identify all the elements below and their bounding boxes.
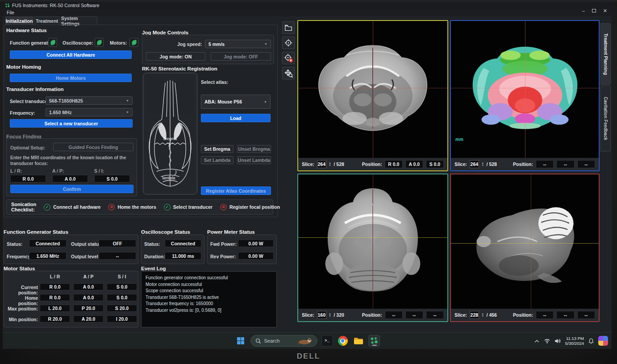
remove-target-button[interactable] bbox=[282, 52, 295, 64]
open-folder-button[interactable] bbox=[282, 21, 295, 34]
minimize-icon[interactable]: – bbox=[582, 8, 585, 13]
set-lambda-button[interactable]: Set Lambda bbox=[201, 156, 233, 164]
chrome-button[interactable] bbox=[337, 335, 349, 347]
slice-spinner[interactable]: ▲▼ bbox=[329, 160, 331, 168]
terminal-icon: >_ bbox=[325, 339, 329, 343]
slice-input[interactable]: 264 bbox=[317, 160, 326, 168]
position-label: Position: bbox=[513, 161, 533, 167]
cell: A 0.0 bbox=[73, 294, 104, 301]
rev-power-value: 0.00 W bbox=[238, 252, 274, 260]
cell: P 20.0 bbox=[73, 305, 104, 312]
slice-input[interactable]: 228 bbox=[470, 311, 479, 319]
ap-coordinate-field[interactable]: A 0.0 bbox=[52, 175, 88, 182]
position-label: Position: bbox=[362, 161, 382, 167]
oscilloscope-status-title: Oscilloscope Status bbox=[141, 229, 190, 235]
maximize-icon[interactable] bbox=[592, 9, 596, 12]
sonication-checklist-title: Sonication Checklist: bbox=[11, 202, 36, 212]
registration-title: RK-50 Stereotaxic Registration bbox=[142, 66, 217, 71]
load-atlas-button[interactable]: Load bbox=[201, 114, 271, 122]
windows-icon bbox=[237, 337, 245, 345]
mouse-skull-image: bregma lambda bbox=[143, 73, 197, 194]
tab-treatment-planning[interactable]: Treatment Planning bbox=[600, 23, 611, 85]
scope-status-value: Connected bbox=[165, 240, 201, 247]
tab-system-settings[interactable]: System Settings bbox=[61, 17, 97, 25]
notification-bell-icon[interactable] bbox=[588, 338, 594, 344]
coronal-mri-image[interactable] bbox=[298, 21, 447, 158]
scope-status-label: Status: bbox=[144, 241, 160, 247]
oscilloscope-connected-icon bbox=[95, 38, 104, 47]
slice-spinner[interactable]: ▲▼ bbox=[482, 311, 484, 319]
monitor-brand: DELL bbox=[0, 352, 617, 361]
bregma-label: bregma bbox=[163, 136, 177, 141]
scope-duration-label: Duration: bbox=[144, 254, 165, 259]
atlas-select[interactable]: ABA: Mouse P56▼ bbox=[201, 95, 271, 109]
register-atlas-coordinates-button[interactable]: Register Atlas Coordinates bbox=[201, 186, 271, 195]
position-ap: -- bbox=[405, 311, 423, 319]
close-icon[interactable]: ✕ bbox=[603, 8, 607, 13]
slice-spinner[interactable]: ▲▼ bbox=[482, 160, 484, 168]
connect-all-hardware-button[interactable]: Connect All Hardware bbox=[10, 50, 132, 59]
tab-initialization[interactable]: Initialization bbox=[5, 17, 33, 25]
jog-speed-select[interactable]: 5 mm/s▼ bbox=[205, 40, 271, 48]
tab-cavitation-feedback[interactable]: Cavitation Feedback bbox=[600, 86, 611, 152]
guided-focus-finding-button[interactable]: Guided Focus Finding bbox=[53, 143, 133, 151]
slice-label: Slice: bbox=[454, 312, 467, 318]
start-button[interactable] bbox=[235, 335, 246, 347]
wifi-icon[interactable] bbox=[544, 338, 550, 343]
transducer-select[interactable]: 568-T1650H825▼ bbox=[46, 96, 133, 105]
clock[interactable]: 11:13 PM 5/30/2024 bbox=[565, 336, 584, 346]
lr-coordinate-field[interactable]: R 0.0 bbox=[10, 175, 46, 182]
tab-treatment[interactable]: Treatment bbox=[34, 17, 60, 25]
terminal-button[interactable]: >_ bbox=[321, 335, 333, 347]
monitor-bezel: FUS Instruments: RK-50 Control Software … bbox=[0, 0, 617, 364]
jog-mode-on-button[interactable]: Jog mode: ON bbox=[146, 52, 205, 61]
hardware-status-title: Hardware Status bbox=[6, 28, 47, 33]
slice-input[interactable]: 160 bbox=[317, 311, 326, 319]
title-bar: FUS Instruments: RK-50 Control Software bbox=[3, 2, 612, 9]
file-explorer-button[interactable] bbox=[353, 335, 364, 347]
viewport-coronal-atlas: mm Slice: 264 ▲▼ / 528 Position: -- -- -… bbox=[450, 20, 600, 171]
target-icon bbox=[284, 38, 293, 47]
viewport-axial-mri: Slice: 160 ▲▼ / 320 Position: -- -- -- bbox=[297, 174, 448, 322]
select-new-transducer-button[interactable]: Select a new transducer bbox=[10, 119, 133, 128]
coronal-atlas-image[interactable]: mm bbox=[451, 21, 599, 158]
position-ap: -- bbox=[556, 311, 574, 319]
confirm-button[interactable]: Confirm bbox=[10, 185, 133, 193]
sagittal-mri-image[interactable] bbox=[451, 174, 599, 309]
motors-connected-icon bbox=[129, 38, 138, 47]
tray-app-icon[interactable] bbox=[598, 336, 608, 346]
slice-input[interactable]: 264 bbox=[470, 160, 479, 168]
fus-app-button[interactable] bbox=[368, 335, 380, 347]
position-lr: -- bbox=[536, 311, 554, 319]
folder-icon bbox=[354, 337, 363, 345]
col-lr: L / R bbox=[40, 274, 70, 279]
frequency-select[interactable]: 1.650 MHz▼ bbox=[46, 108, 133, 116]
jog-mode-off-button[interactable]: Jog mode: OFF bbox=[211, 52, 271, 61]
tray-chevron-up-icon[interactable] bbox=[534, 339, 540, 343]
search-box[interactable]: Search bbox=[250, 335, 317, 347]
time: 11:13 PM bbox=[565, 336, 584, 341]
chevron-down-icon: ▼ bbox=[264, 100, 267, 103]
axial-mri-image[interactable] bbox=[298, 174, 447, 309]
unset-lambda-button[interactable]: Unset Lambda bbox=[237, 156, 271, 164]
oscilloscope-status-group: Status: Connected Duration: 11.000 ms bbox=[141, 235, 204, 264]
fg-status-label: Status: bbox=[7, 241, 23, 247]
si-coordinate-field[interactable]: S 0.0 bbox=[94, 175, 130, 182]
unset-bregma-button[interactable]: Unset Bregma bbox=[237, 145, 271, 153]
slice-total: / 456 bbox=[487, 312, 497, 318]
cross-icon: ✕ bbox=[108, 204, 115, 211]
home-motors-button[interactable]: Home Motors bbox=[10, 74, 132, 82]
position-si: S 0.0 bbox=[426, 160, 444, 168]
set-bregma-button[interactable]: Set Bregma bbox=[201, 145, 233, 153]
menu-file[interactable]: File bbox=[7, 10, 14, 15]
speaker-icon[interactable] bbox=[554, 338, 561, 344]
position-lr: -- bbox=[536, 160, 554, 168]
slice-spinner[interactable]: ▲▼ bbox=[329, 311, 331, 319]
target-remove-icon bbox=[283, 53, 293, 63]
transducer-information-title: Transducer Information bbox=[6, 87, 63, 92]
position-ap: -- bbox=[556, 160, 574, 168]
crosshair-target-button[interactable] bbox=[282, 37, 295, 49]
function-generator-label: Function generator: bbox=[10, 40, 54, 46]
position-si: -- bbox=[577, 160, 595, 168]
pan-zoom-button[interactable] bbox=[282, 67, 295, 79]
